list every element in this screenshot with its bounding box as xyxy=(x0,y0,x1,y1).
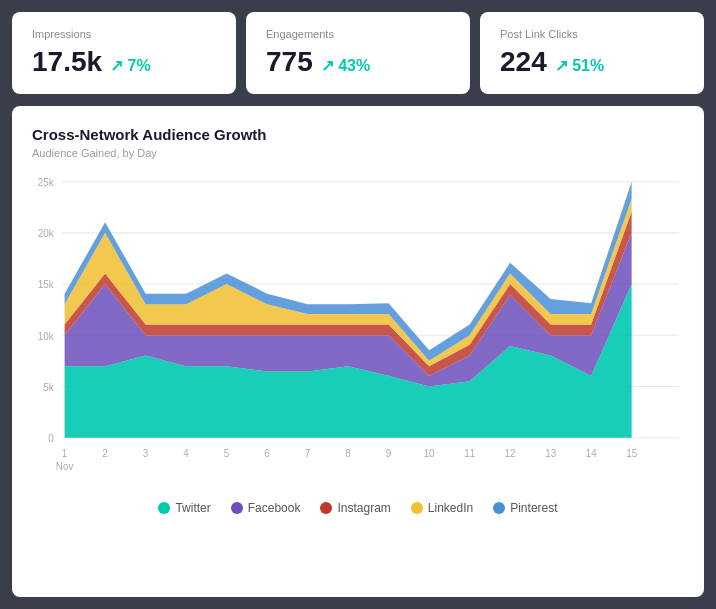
svg-text:Nov: Nov xyxy=(56,460,74,471)
svg-text:7: 7 xyxy=(305,448,311,459)
chart-area: 25k 20k 15k 10k 5k 0 1 2 3 4 5 6 7 8 9 1… xyxy=(32,171,684,491)
chart-subtitle: Audience Gained, by Day xyxy=(32,147,684,159)
twitter-label: Twitter xyxy=(175,501,210,515)
svg-text:0: 0 xyxy=(48,433,54,444)
svg-text:12: 12 xyxy=(505,448,516,459)
linkedin-dot xyxy=(411,502,423,514)
engagements-card: Engagements 775 ↗ 43% xyxy=(246,12,470,94)
legend-linkedin: LinkedIn xyxy=(411,501,473,515)
impressions-label: Impressions xyxy=(32,28,216,40)
svg-text:9: 9 xyxy=(386,448,392,459)
chart-svg: 25k 20k 15k 10k 5k 0 1 2 3 4 5 6 7 8 9 1… xyxy=(32,171,684,491)
legend-twitter: Twitter xyxy=(158,501,210,515)
chart-legend: Twitter Facebook Instagram LinkedIn Pint… xyxy=(32,501,684,515)
svg-text:15k: 15k xyxy=(38,279,55,290)
svg-text:11: 11 xyxy=(464,448,475,459)
svg-text:5: 5 xyxy=(224,448,230,459)
engagements-change: ↗ 43% xyxy=(321,56,370,75)
svg-text:10k: 10k xyxy=(38,330,55,341)
impressions-change: ↗ 7% xyxy=(110,56,151,75)
twitter-dot xyxy=(158,502,170,514)
svg-text:3: 3 xyxy=(143,448,149,459)
svg-text:1: 1 xyxy=(62,448,68,459)
svg-text:4: 4 xyxy=(183,448,189,459)
post-link-clicks-change: ↗ 51% xyxy=(555,56,604,75)
pinterest-label: Pinterest xyxy=(510,501,557,515)
svg-text:8: 8 xyxy=(345,448,351,459)
svg-text:10: 10 xyxy=(424,448,435,459)
facebook-label: Facebook xyxy=(248,501,301,515)
engagements-value: 775 xyxy=(266,46,313,78)
chart-card: Cross-Network Audience Growth Audience G… xyxy=(12,106,704,597)
engagements-label: Engagements xyxy=(266,28,450,40)
svg-text:5k: 5k xyxy=(43,381,54,392)
legend-facebook: Facebook xyxy=(231,501,301,515)
chart-title: Cross-Network Audience Growth xyxy=(32,126,684,143)
impressions-value: 17.5k xyxy=(32,46,102,78)
legend-pinterest: Pinterest xyxy=(493,501,557,515)
linkedin-label: LinkedIn xyxy=(428,501,473,515)
impressions-card: Impressions 17.5k ↗ 7% xyxy=(12,12,236,94)
svg-text:25k: 25k xyxy=(38,177,55,188)
post-link-clicks-label: Post Link Clicks xyxy=(500,28,684,40)
facebook-dot xyxy=(231,502,243,514)
post-link-clicks-card: Post Link Clicks 224 ↗ 51% xyxy=(480,12,704,94)
instagram-label: Instagram xyxy=(337,501,390,515)
post-link-clicks-value: 224 xyxy=(500,46,547,78)
svg-text:13: 13 xyxy=(545,448,556,459)
metrics-row: Impressions 17.5k ↗ 7% Engagements 775 ↗… xyxy=(12,12,704,94)
pinterest-dot xyxy=(493,502,505,514)
instagram-dot xyxy=(320,502,332,514)
svg-text:14: 14 xyxy=(586,448,597,459)
svg-text:6: 6 xyxy=(264,448,270,459)
svg-text:2: 2 xyxy=(102,448,108,459)
svg-text:15: 15 xyxy=(626,448,637,459)
legend-instagram: Instagram xyxy=(320,501,390,515)
svg-text:20k: 20k xyxy=(38,228,55,239)
